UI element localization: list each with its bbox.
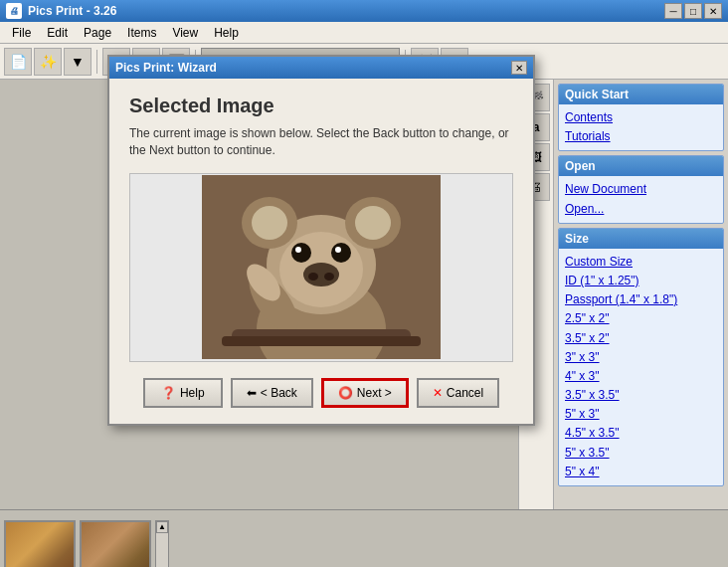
modal-buttons: ❓ Help ⬅ < Back ⭕ Next > ✕ Cancel (129, 378, 513, 408)
svg-point-11 (291, 243, 311, 263)
svg-point-9 (308, 273, 318, 281)
modal-image-container (129, 173, 513, 362)
cancel-button[interactable]: ✕ Cancel (417, 378, 499, 408)
modal-close-button[interactable]: ✕ (511, 61, 527, 75)
back-icon: ⬅ (247, 386, 257, 400)
modal-title-bar: Pics Print: Wizard ✕ (109, 57, 533, 79)
svg-point-10 (324, 273, 334, 281)
svg-point-6 (355, 206, 391, 240)
cancel-label: Cancel (447, 386, 483, 400)
wizard-dialog: Pics Print: Wizard ✕ Selected Image The … (107, 55, 535, 426)
svg-point-4 (252, 206, 287, 240)
next-button[interactable]: ⭕ Next > (321, 378, 409, 408)
help-label: Help (180, 386, 205, 400)
modal-description: The current image is shown below. Select… (129, 125, 513, 159)
svg-point-13 (295, 247, 301, 253)
back-button[interactable]: ⬅ < Back (231, 378, 313, 408)
back-label: < Back (261, 386, 297, 400)
svg-rect-18 (222, 336, 421, 346)
svg-point-8 (303, 263, 339, 286)
next-label: Next > (357, 386, 392, 400)
koala-image (202, 175, 441, 359)
modal-title: Pics Print: Wizard (115, 61, 217, 75)
help-icon: ❓ (161, 386, 176, 400)
modal-body: Selected Image The current image is show… (109, 79, 533, 424)
help-button[interactable]: ❓ Help (143, 378, 223, 408)
modal-overlay: Pics Print: Wizard ✕ Selected Image The … (0, 0, 728, 567)
modal-heading: Selected Image (129, 94, 513, 117)
svg-point-14 (335, 247, 341, 253)
cancel-icon: ✕ (433, 386, 443, 400)
next-icon: ⭕ (338, 386, 353, 400)
svg-point-12 (331, 243, 351, 263)
